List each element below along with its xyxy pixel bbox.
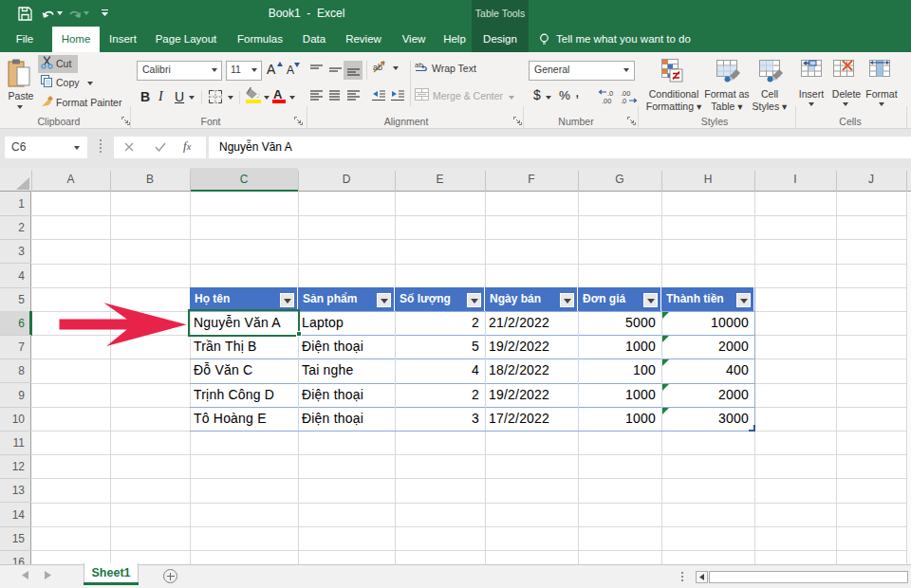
svg-text:ab: ab bbox=[373, 63, 382, 72]
svg-text:ab: ab bbox=[415, 61, 423, 69]
svg-text:.00: .00 bbox=[602, 97, 611, 104]
svg-text:.0: .0 bbox=[621, 97, 626, 104]
